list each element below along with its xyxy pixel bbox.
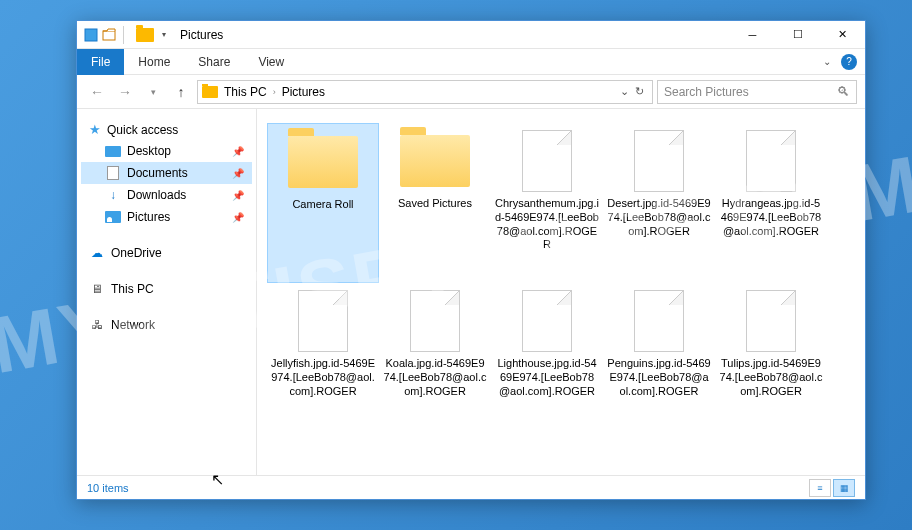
file-item[interactable]: Desert.jpg.id-5469E974.[LeeBob78@aol.com… <box>603 123 715 283</box>
item-label: Saved Pictures <box>398 197 472 211</box>
sidebar-item-pictures[interactable]: Pictures 📌 <box>81 206 252 228</box>
tab-view[interactable]: View <box>244 49 298 75</box>
qat-dropdown-icon[interactable]: ▾ <box>156 27 172 43</box>
onedrive-icon: ☁ <box>89 245 105 261</box>
pin-icon: 📌 <box>232 146 244 157</box>
sidebar-item-label: Network <box>111 318 155 332</box>
sidebar-item-desktop[interactable]: Desktop 📌 <box>81 140 252 162</box>
address-segment[interactable]: Pictures <box>282 85 325 99</box>
file-icon <box>731 129 811 193</box>
folder-icon <box>395 129 475 193</box>
item-label: Desert.jpg.id-5469E974.[LeeBob78@aol.com… <box>607 197 711 238</box>
quick-access-toolbar: ▾ <box>83 26 172 44</box>
item-label: Jellyfish.jpg.id-5469E974.[LeeBob78@aol.… <box>271 357 375 398</box>
svg-rect-0 <box>85 29 97 41</box>
chevron-right-icon[interactable]: › <box>273 87 276 97</box>
window-title: Pictures <box>180 28 223 42</box>
titlebar: ▾ Pictures ─ ☐ ✕ <box>77 21 865 49</box>
file-item[interactable]: Jellyfish.jpg.id-5469E974.[LeeBob78@aol.… <box>267 283 379 443</box>
folder-item[interactable]: Camera Roll <box>267 123 379 283</box>
new-folder-icon[interactable] <box>101 27 117 43</box>
sidebar-item-label: Pictures <box>127 210 170 224</box>
content-area[interactable]: Camera RollSaved PicturesChrysanthemum.j… <box>257 109 865 475</box>
folder-icon <box>283 130 363 194</box>
file-icon <box>731 289 811 353</box>
item-label: Camera Roll <box>292 198 353 212</box>
address-bar[interactable]: This PC › Pictures ⌄ ↻ <box>197 80 653 104</box>
thispc-icon: 🖥 <box>89 281 105 297</box>
search-placeholder: Search Pictures <box>664 85 749 99</box>
sidebar-item-network[interactable]: 🖧 Network <box>81 314 252 336</box>
file-item[interactable]: Chrysanthemum.jpg.id-5469E974.[LeeBob78@… <box>491 123 603 283</box>
ribbon-expand-icon[interactable]: ⌄ <box>813 56 841 67</box>
sidebar-item-label: Downloads <box>127 188 186 202</box>
pin-icon: 📌 <box>232 212 244 223</box>
minimize-button[interactable]: ─ <box>730 21 775 49</box>
folder-item[interactable]: Saved Pictures <box>379 123 491 283</box>
pin-icon: 📌 <box>232 190 244 201</box>
ribbon: File Home Share View ⌄ ? <box>77 49 865 75</box>
file-item[interactable]: Lighthouse.jpg.id-5469E974.[LeeBob78@aol… <box>491 283 603 443</box>
tab-home[interactable]: Home <box>124 49 184 75</box>
svg-rect-1 <box>103 31 115 40</box>
file-icon <box>507 289 587 353</box>
search-icon[interactable]: 🔍︎ <box>837 84 850 99</box>
download-icon: ↓ <box>105 187 121 203</box>
view-icons-button[interactable]: ▦ <box>833 479 855 497</box>
file-item[interactable]: Hydrangeas.jpg.id-5469E974.[LeeBob78@aol… <box>715 123 827 283</box>
item-label: Lighthouse.jpg.id-5469E974.[LeeBob78@aol… <box>495 357 599 398</box>
file-item[interactable]: Penguins.jpg.id-5469E974.[LeeBob78@aol.c… <box>603 283 715 443</box>
sidebar-item-label: Documents <box>127 166 188 180</box>
address-folder-icon <box>202 86 218 98</box>
navigation-pane: ★ Quick access Desktop 📌 Documents 📌 ↓ D… <box>77 109 257 475</box>
file-icon <box>619 129 699 193</box>
refresh-icon[interactable]: ↻ <box>635 85 644 98</box>
tab-share[interactable]: Share <box>184 49 244 75</box>
sidebar-item-documents[interactable]: Documents 📌 <box>81 162 252 184</box>
sidebar-item-label: OneDrive <box>111 246 162 260</box>
file-icon <box>395 289 475 353</box>
sidebar-item-onedrive[interactable]: ☁ OneDrive <box>81 242 252 264</box>
view-details-button[interactable]: ≡ <box>809 479 831 497</box>
qat-separator <box>123 26 124 44</box>
explorer-window: ▾ Pictures ─ ☐ ✕ File Home Share View ⌄ … <box>76 20 866 500</box>
network-icon: 🖧 <box>89 317 105 333</box>
quick-access-header[interactable]: ★ Quick access <box>81 119 252 140</box>
file-icon <box>619 289 699 353</box>
file-item[interactable]: Tulips.jpg.id-5469E974.[LeeBob78@aol.com… <box>715 283 827 443</box>
item-label: Koala.jpg.id-5469E974.[LeeBob78@aol.com]… <box>383 357 487 398</box>
address-dropdown-icon[interactable]: ⌄ <box>620 85 629 98</box>
tab-file[interactable]: File <box>77 49 124 75</box>
recent-dropdown-icon[interactable]: ▾ <box>141 80 165 104</box>
properties-icon[interactable] <box>83 27 99 43</box>
help-icon[interactable]: ? <box>841 54 857 70</box>
file-item[interactable]: Koala.jpg.id-5469E974.[LeeBob78@aol.com]… <box>379 283 491 443</box>
item-label: Hydrangeas.jpg.id-5469E974.[LeeBob78@aol… <box>719 197 823 238</box>
file-icon <box>283 289 363 353</box>
star-icon: ★ <box>89 122 101 137</box>
item-count: 10 items <box>87 482 129 494</box>
items-grid: Camera RollSaved PicturesChrysanthemum.j… <box>267 123 855 443</box>
sidebar-item-downloads[interactable]: ↓ Downloads 📌 <box>81 184 252 206</box>
search-input[interactable]: Search Pictures 🔍︎ <box>657 80 857 104</box>
item-label: Chrysanthemum.jpg.id-5469E974.[LeeBob78@… <box>495 197 599 252</box>
folder-icon <box>136 28 154 42</box>
sidebar-item-label: This PC <box>111 282 154 296</box>
sidebar-item-thispc[interactable]: 🖥 This PC <box>81 278 252 300</box>
up-button[interactable]: ↑ <box>169 80 193 104</box>
sidebar-item-label: Desktop <box>127 144 171 158</box>
pictures-icon <box>105 211 121 223</box>
file-icon <box>507 129 587 193</box>
forward-button[interactable]: → <box>113 80 137 104</box>
back-button[interactable]: ← <box>85 80 109 104</box>
document-icon <box>107 166 119 180</box>
quick-access-label: Quick access <box>107 123 178 137</box>
item-label: Tulips.jpg.id-5469E974.[LeeBob78@aol.com… <box>719 357 823 398</box>
item-label: Penguins.jpg.id-5469E974.[LeeBob78@aol.c… <box>607 357 711 398</box>
status-bar: 10 items ≡ ▦ <box>77 475 865 499</box>
pin-icon: 📌 <box>232 168 244 179</box>
address-bar-row: ← → ▾ ↑ This PC › Pictures ⌄ ↻ Search Pi… <box>77 75 865 109</box>
maximize-button[interactable]: ☐ <box>775 21 820 49</box>
close-button[interactable]: ✕ <box>820 21 865 49</box>
address-segment[interactable]: This PC <box>224 85 267 99</box>
